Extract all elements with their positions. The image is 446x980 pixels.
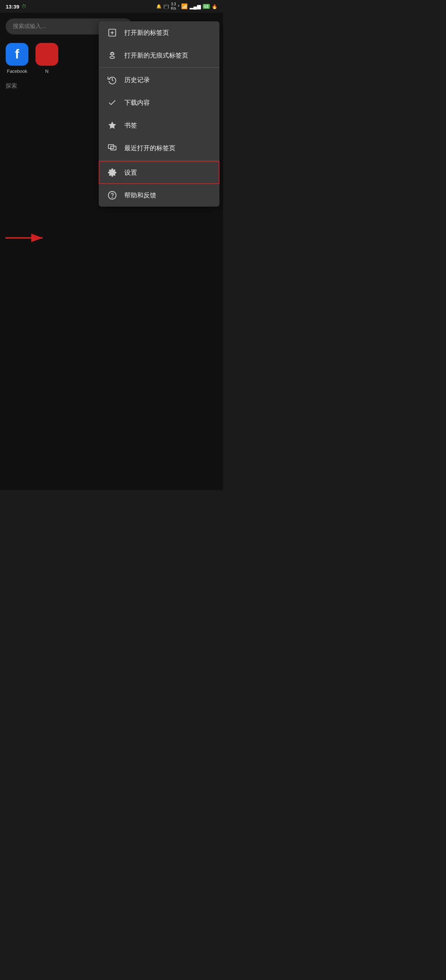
help-label: 帮助和反馈: [124, 191, 156, 200]
svg-point-6: [110, 56, 115, 59]
status-icons: 🔔 📳 3.3K/s ⁶ 📶 ▂▄▆ 53 🔥: [156, 2, 217, 11]
menu-item-incognito[interactable]: 打开新的无痕式标签页: [99, 44, 220, 67]
menu-item-settings[interactable]: 设置: [99, 161, 220, 184]
signal-icon: ▂▄▆: [190, 3, 201, 9]
status-bar: 13:39 ⏱ 🔔 📳 3.3K/s ⁶ 📶 ▂▄▆ 53 🔥: [0, 0, 223, 13]
menu-item-help[interactable]: 帮助和反馈: [99, 184, 220, 207]
unknown-shortcut: N: [35, 43, 58, 74]
downloads-label: 下载内容: [124, 99, 150, 107]
divider-2: [99, 160, 220, 161]
new-tab-icon: [107, 28, 117, 38]
svg-marker-11: [108, 121, 116, 129]
menu-item-history[interactable]: 历史记录: [99, 68, 220, 91]
recent-tabs-label: 最近打开的标签页: [124, 144, 175, 152]
svg-rect-9: [110, 54, 112, 54]
vibrate-icon: 📳: [163, 4, 169, 9]
history-label: 历史记录: [124, 76, 150, 84]
dropdown-menu: 打开新的标签页 打开新的无痕式标签页 历史记录: [99, 21, 220, 207]
search-placeholder: 搜索或输入...: [13, 23, 46, 29]
menu-item-bookmarks[interactable]: 书签: [99, 114, 220, 137]
menu-item-downloads[interactable]: 下载内容: [99, 91, 220, 114]
menu-item-recent-tabs[interactable]: 最近打开的标签页: [99, 137, 220, 159]
facebook-shortcut[interactable]: f Facebook: [6, 43, 29, 74]
settings-icon: [107, 168, 117, 178]
divider-1: [99, 67, 220, 68]
unknown-label: N: [45, 68, 48, 74]
help-icon: [107, 190, 117, 200]
alarm-icon: 🔔: [156, 4, 162, 9]
svg-rect-10: [113, 54, 114, 54]
recent-tabs-icon: [107, 143, 117, 153]
incognito-label: 打开新的无痕式标签页: [124, 51, 188, 60]
battery-indicator: 53: [203, 4, 210, 9]
battery-icon: 🔥: [212, 4, 217, 9]
facebook-icon: f: [6, 43, 29, 66]
timer-icon: ⏱: [21, 3, 26, 9]
new-tab-label: 打开新的标签页: [124, 29, 169, 37]
incognito-icon: [107, 51, 117, 60]
wifi-icon: 📶: [181, 3, 188, 10]
bookmarks-label: 书签: [124, 121, 137, 130]
menu-item-new-tab[interactable]: 打开新的标签页: [99, 21, 220, 44]
history-icon: [107, 75, 117, 85]
facebook-label: Facebook: [7, 68, 27, 74]
bookmark-icon: [107, 120, 117, 130]
speed-indicator: 3.3K/s: [171, 2, 176, 11]
download-icon: [107, 98, 117, 108]
red-arrow-icon: [3, 231, 46, 245]
settings-label: 设置: [124, 168, 137, 177]
network-gen: ⁶: [178, 4, 179, 9]
status-time: 13:39: [6, 3, 19, 10]
arrow-annotation: [3, 231, 46, 245]
